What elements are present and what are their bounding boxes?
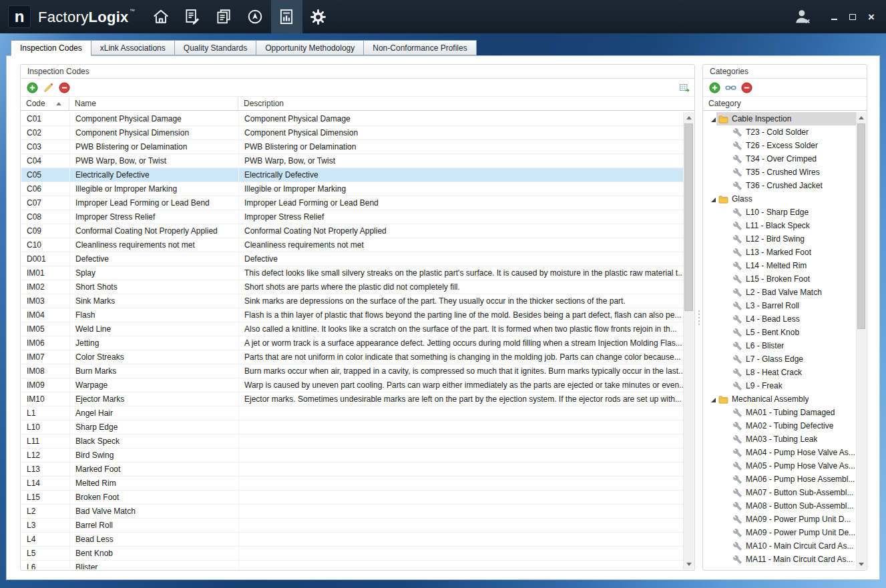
tree-item-row[interactable]: MA10 - Main Circuit Card As...: [704, 539, 856, 553]
table-row[interactable]: IM06JettingA jet or worm track is a surf…: [21, 336, 683, 350]
export-icon[interactable]: [678, 82, 690, 93]
expander-icon[interactable]: [708, 195, 716, 203]
table-row[interactable]: L13Marked Foot: [21, 463, 683, 477]
table-row[interactable]: L2Bad Valve Match: [21, 505, 683, 519]
column-header-description[interactable]: Description: [238, 97, 694, 110]
tree-item-row[interactable]: MA06 - Pump Hose Assembl...: [704, 473, 856, 486]
tree-item-row[interactable]: MA09 - Power Pump Unit De...: [704, 526, 856, 539]
tree-item-row[interactable]: L9 - Freak: [704, 379, 856, 392]
expander-icon[interactable]: [708, 395, 716, 403]
tree-item-row[interactable]: L8 - Heat Crack: [704, 366, 856, 379]
table-row[interactable]: C06Illegible or Improper MarkingIllegibl…: [21, 182, 683, 196]
table-row[interactable]: IM03Sink MarksSink marks are depressions…: [21, 294, 683, 308]
category-column-header[interactable]: Category: [703, 96, 867, 111]
codes-scrollbar[interactable]: [683, 112, 694, 569]
tree-item-row[interactable]: L12 - Bird Swing: [704, 232, 856, 246]
tree-item-row[interactable]: L11 - Black Speck: [704, 219, 856, 232]
table-row[interactable]: IM08Burn MarksBurn marks occur when air,…: [21, 364, 683, 378]
table-row[interactable]: C04PWB Warp, Bow, or TwistPWB Warp, Bow,…: [21, 154, 683, 168]
tree-category-row[interactable]: Mechanical Assembly: [704, 392, 856, 406]
close-button[interactable]: ×: [865, 11, 877, 23]
tree-item-row[interactable]: L15 - Broken Foot: [704, 272, 856, 286]
tree-category-row[interactable]: Glass: [704, 192, 856, 206]
tree-item-row[interactable]: L5 - Bent Knob: [704, 326, 856, 339]
tree-item-row[interactable]: MA01 - Tubing Damaged: [704, 406, 856, 419]
logistics-icon[interactable]: [240, 0, 271, 33]
table-row[interactable]: IM04FlashFlash is a thin layer of plasti…: [21, 308, 683, 322]
tree-item-row[interactable]: MA08 - Button Sub-Assembl...: [704, 499, 856, 513]
table-row[interactable]: L6Blister: [21, 561, 683, 569]
table-row[interactable]: C01Component Physical DamageComponent Ph…: [21, 112, 683, 126]
tree-item-row[interactable]: L3 - Barrel Roll: [704, 299, 856, 312]
scroll-up-button[interactable]: [684, 112, 694, 123]
table-row[interactable]: IM09WarpageWarp is caused by uneven part…: [21, 378, 683, 392]
expander-icon[interactable]: [708, 115, 716, 123]
table-row[interactable]: D001DefectiveDefective: [21, 252, 683, 266]
table-row[interactable]: L5Bent Knob: [21, 547, 683, 561]
minimize-button[interactable]: [828, 11, 840, 23]
home-icon[interactable]: [146, 0, 177, 33]
table-row[interactable]: IM07Color StreaksParts that are not unif…: [21, 350, 683, 364]
table-row[interactable]: L12Bird Swing: [21, 449, 683, 463]
table-row[interactable]: L1Angel Hair: [21, 406, 683, 420]
tree-item-row[interactable]: MA11 - Main Circuit Card As...: [704, 553, 856, 566]
table-row[interactable]: IM05Weld LineAlso called a knitline. It …: [21, 322, 683, 336]
tree-item-row[interactable]: T36 - Crushed Jacket: [704, 179, 856, 192]
edit-icon[interactable]: [43, 82, 54, 93]
table-row[interactable]: L3Barrel Roll: [21, 519, 683, 533]
table-row[interactable]: IM02Short ShotsShort shots are parts whe…: [21, 280, 683, 294]
tree-item-row[interactable]: L6 - Blister: [704, 339, 856, 352]
quality-icon[interactable]: [271, 0, 302, 33]
column-header-code[interactable]: Code: [21, 97, 69, 110]
settings-icon[interactable]: [302, 0, 334, 33]
tab-non-conformance-profiles[interactable]: Non-Conformance Profiles: [363, 40, 476, 55]
scroll-down-button[interactable]: [857, 559, 866, 569]
tree-item-row[interactable]: T35 - Crushed Wires: [704, 166, 856, 179]
scroll-thumb[interactable]: [684, 123, 693, 311]
table-row[interactable]: L15Broken Foot: [21, 491, 683, 505]
tab-opportunity-methodology[interactable]: Opportunity Methodology: [256, 40, 364, 55]
maximize-button[interactable]: [847, 11, 859, 23]
scroll-down-button[interactable]: [684, 559, 694, 569]
table-row[interactable]: L4Bead Less: [21, 533, 683, 547]
table-row[interactable]: IM10Ejector MarksEjector marks. Sometime…: [21, 392, 683, 406]
tree-item-row[interactable]: MA07 - Button Sub-Assembl...: [704, 486, 856, 499]
table-row[interactable]: C03PWB Blistering or DelaminationPWB Bli…: [21, 140, 683, 154]
tree-item-row[interactable]: MA05 - Pump Hose Valve As...: [704, 459, 856, 473]
table-row[interactable]: C02Component Physical DimensionComponent…: [21, 126, 683, 140]
tree-item-row[interactable]: T23 - Cold Solder: [704, 125, 856, 139]
tree-item-row[interactable]: MA02 - Tubing Defective: [704, 419, 856, 432]
column-header-name[interactable]: Name: [69, 97, 238, 110]
tree-item-row[interactable]: L14 - Melted Rim: [704, 259, 856, 272]
tree-item-row[interactable]: L4 - Bead Less: [704, 312, 856, 326]
remove-icon[interactable]: [59, 82, 70, 93]
panel-splitter[interactable]: [695, 64, 702, 571]
tab-inspection-codes[interactable]: Inspection Codes: [11, 40, 91, 56]
table-row[interactable]: C10Cleanliness requirements not metClean…: [21, 238, 683, 252]
table-row[interactable]: C07Improper Lead Forming or Lead BendImp…: [21, 196, 683, 210]
add-icon[interactable]: [27, 82, 38, 93]
link-icon[interactable]: [725, 82, 736, 93]
tab-xlink-associations[interactable]: xLink Associations: [91, 40, 175, 55]
process-icon[interactable]: [177, 0, 208, 33]
table-row[interactable]: C08Improper Stress ReliefImproper Stress…: [21, 210, 683, 224]
table-row[interactable]: IM01SplayThis defect looks like small si…: [21, 266, 683, 280]
materials-icon[interactable]: [208, 0, 240, 33]
user-logout-icon[interactable]: [789, 3, 816, 30]
scroll-up-button[interactable]: [857, 112, 866, 123]
table-row[interactable]: C09Conformal Coating Not Properly Applie…: [21, 224, 683, 238]
scroll-thumb[interactable]: [857, 123, 865, 329]
remove-icon[interactable]: [741, 82, 752, 93]
tree-item-row[interactable]: L10 - Sharp Edge: [704, 206, 856, 219]
tab-quality-standards[interactable]: Quality Standards: [174, 40, 256, 55]
table-row[interactable]: C05Electrically DefectiveElectrically De…: [21, 168, 683, 182]
tree-item-row[interactable]: MA03 - Tubing Leak: [704, 432, 856, 446]
table-row[interactable]: L10Sharp Edge: [21, 420, 683, 434]
table-row[interactable]: L11Black Speck: [21, 434, 683, 449]
add-icon[interactable]: [709, 82, 720, 93]
categories-scrollbar[interactable]: [856, 112, 866, 569]
table-row[interactable]: L14Melted Rim: [21, 477, 683, 491]
tree-category-row[interactable]: Cable Inspection: [704, 112, 856, 125]
tree-item-row[interactable]: T34 - Over Crimped: [704, 152, 856, 166]
tree-item-row[interactable]: L13 - Marked Foot: [704, 246, 856, 259]
